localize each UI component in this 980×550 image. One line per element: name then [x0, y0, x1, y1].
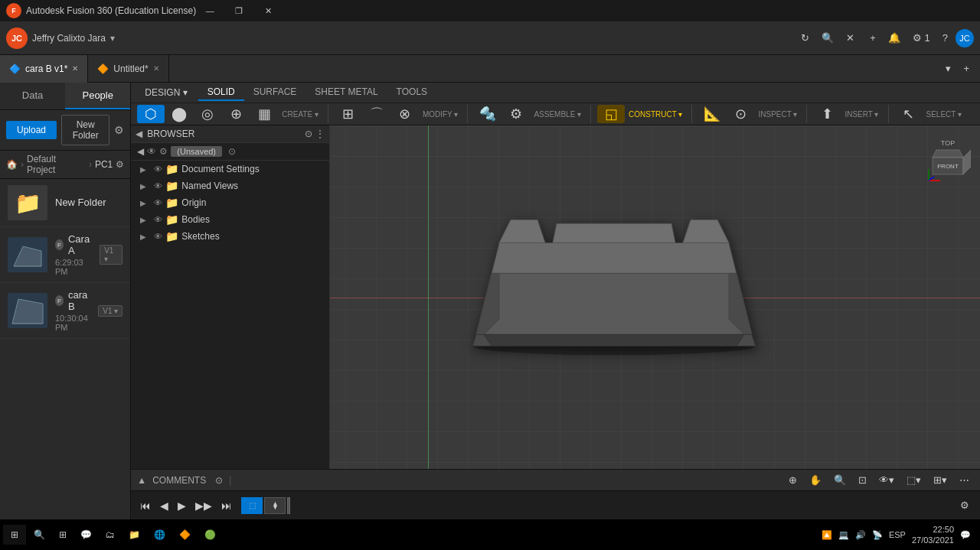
sweep-button[interactable]: ⊕	[222, 105, 250, 123]
tray-icon-1[interactable]: 🔼	[822, 530, 832, 540]
tray-icon-4[interactable]: 📡	[872, 530, 883, 540]
tray-notification-icon[interactable]: 💬	[960, 530, 971, 540]
list-item[interactable]: 📁 New Folder	[0, 179, 130, 227]
chat-button[interactable]: 💬	[74, 526, 98, 543]
taskbar-orange-app[interactable]: 🔶	[173, 526, 197, 543]
inspect-btn2[interactable]: ⊙	[727, 105, 754, 123]
view-options-button[interactable]: 👁▾	[874, 471, 899, 489]
extrude-button[interactable]: ⬤	[165, 105, 193, 123]
step-back-button[interactable]: ◀	[157, 498, 172, 513]
browser-expand-button[interactable]: ⋮	[315, 129, 325, 139]
create-label[interactable]: CREATE ▾	[279, 110, 322, 119]
browser-item-origin[interactable]: ▶ 👁 📁 Origin	[131, 194, 329, 211]
tab-cara-b[interactable]: 🔷 cara B v1* ✕	[0, 55, 88, 83]
insert-btn1[interactable]: ⬆	[813, 105, 841, 123]
design-mode-button[interactable]: DESIGN ▾	[137, 84, 194, 101]
step-forward-button[interactable]: ▶▶	[192, 498, 215, 513]
mode-tab-tools[interactable]: TOOLS	[387, 84, 436, 101]
file-version[interactable]: V1 ▾	[100, 245, 122, 265]
new-folder-button[interactable]: New Folder	[61, 115, 109, 145]
user-dropdown-icon[interactable]: ▾	[110, 33, 115, 44]
taskbar-explorer-button[interactable]: 🗂	[100, 526, 121, 543]
visibility-icon[interactable]: 👁	[154, 164, 162, 174]
close-panel-button[interactable]: ✕	[841, 29, 859, 47]
modify-btn2[interactable]: ⌒	[363, 105, 390, 123]
maximize-button[interactable]: ❐	[225, 0, 253, 21]
breadcrumb-folder[interactable]: PC1	[95, 159, 113, 170]
tab-untitled[interactable]: 🔶 Untitled* ✕	[88, 55, 168, 83]
display-options-button[interactable]: ⬚▾	[902, 471, 926, 489]
task-view-button[interactable]: ⊞	[53, 526, 73, 543]
browser-item-doc-settings[interactable]: ▶ 👁 📁 Document Settings	[131, 161, 329, 177]
expand-all-icon[interactable]: ◀	[137, 146, 144, 157]
browser-eye-icon[interactable]: 👁	[147, 146, 156, 157]
browser-item-bodies[interactable]: ▶ 👁 📁 Bodies	[131, 211, 329, 228]
search-taskbar-button[interactable]: 🔍	[28, 526, 51, 543]
view-cube[interactable]: TOP FRONT	[925, 135, 971, 181]
add-tab-button[interactable]: +	[959, 60, 974, 77]
viewport[interactable]: ◀ BROWSER ⊙ ⋮ ◀ 👁 ⚙ (Unsaved) ⊙	[131, 125, 980, 469]
assemble-btn2[interactable]: ⚙	[502, 105, 530, 123]
inspect-label[interactable]: INSPECT ▾	[755, 110, 800, 119]
breadcrumb-settings-icon[interactable]: ⚙	[116, 159, 124, 170]
account-avatar[interactable]: JC	[956, 29, 974, 47]
job-button[interactable]: ⚙ 1	[908, 29, 935, 47]
browser-collapse-button[interactable]: ◀	[136, 129, 142, 139]
pan-button[interactable]: ✋	[805, 471, 826, 489]
settings-button[interactable]: ⚙	[114, 124, 124, 136]
file-version2[interactable]: V1 ▾	[98, 305, 122, 317]
taskbar-folder-button[interactable]: 📁	[122, 526, 146, 543]
construct-btn1[interactable]: ◱	[597, 105, 625, 123]
home-icon[interactable]: 🏠	[6, 159, 18, 170]
search-button[interactable]: 🔍	[817, 29, 838, 47]
close-button[interactable]: ✕	[254, 0, 282, 21]
modify-btn1[interactable]: ⊞	[335, 105, 362, 123]
modify-label[interactable]: MODIFY ▾	[420, 110, 461, 119]
timeline-btn-3[interactable]	[287, 497, 290, 514]
sketch-button[interactable]: ⬡	[137, 105, 165, 123]
browser-item-named-views[interactable]: ▶ 👁 📁 Named Views	[131, 177, 329, 194]
list-item[interactable]: F cara B 10:30:04 PM V1 ▾	[0, 283, 130, 339]
comments-collapse-button[interactable]: ▲	[137, 475, 146, 486]
unsaved-settings-icon[interactable]: ⊙	[228, 146, 236, 157]
taskbar-browser-button[interactable]: 🌐	[148, 526, 172, 543]
tab-dropdown-button[interactable]: ▾	[941, 60, 956, 77]
tray-datetime[interactable]: 22:50 27/03/2021	[912, 524, 954, 546]
select-label[interactable]: SELECT ▾	[923, 110, 965, 119]
assemble-btn1[interactable]: 🔩	[474, 105, 501, 123]
visibility-icon[interactable]: 👁	[154, 232, 162, 241]
orbit-button[interactable]: ⊕	[784, 471, 802, 489]
timeline-btn-1[interactable]: ⬚	[241, 497, 263, 514]
settings-icon[interactable]: ⚙	[159, 146, 168, 157]
breadcrumb-project[interactable]: Default Project	[27, 154, 86, 175]
more-button[interactable]: ⋯	[955, 471, 974, 489]
timeline-btn-2[interactable]: ⧫	[264, 497, 286, 514]
list-item[interactable]: F Cara A 6:29:03 PM V1 ▾	[0, 227, 130, 283]
assemble-label[interactable]: ASSEMBLE ▾	[531, 110, 584, 119]
go-start-button[interactable]: ⏮	[137, 498, 154, 513]
tray-icon-3[interactable]: 🔊	[855, 530, 866, 540]
go-end-button[interactable]: ⏭	[218, 498, 235, 513]
select-btn1[interactable]: ↖	[895, 105, 923, 123]
grid-options-button[interactable]: ⊞▾	[929, 471, 952, 489]
mode-tab-sheet-metal[interactable]: SHEET METAL	[305, 84, 387, 101]
upload-button[interactable]: Upload	[6, 121, 57, 139]
visibility-icon[interactable]: 👁	[154, 181, 162, 190]
inspect-btn1[interactable]: 📐	[698, 105, 726, 123]
sidebar-tab-people[interactable]: People	[65, 83, 130, 109]
play-button[interactable]: ▶	[175, 498, 189, 513]
tab-close-icon[interactable]: ✕	[72, 64, 78, 73]
visibility-icon[interactable]: 👁	[154, 215, 162, 224]
fit-button[interactable]: ⊡	[854, 471, 871, 489]
minimize-button[interactable]: —	[196, 0, 224, 21]
sidebar-tab-data[interactable]: Data	[0, 83, 65, 109]
more-create-button[interactable]: ▦	[250, 105, 278, 123]
help-button[interactable]: ?	[938, 29, 952, 47]
browser-item-sketches[interactable]: ▶ 👁 📁 Sketches	[131, 228, 329, 245]
new-tab-button[interactable]: +	[865, 29, 880, 47]
browser-pin-button[interactable]: ⊙	[305, 129, 312, 139]
construct-label[interactable]: CONSTRUCT ▾	[626, 110, 685, 119]
taskbar-green-app[interactable]: 🟢	[198, 526, 222, 543]
tab-close-icon2[interactable]: ✕	[153, 64, 159, 73]
zoom-button[interactable]: 🔍	[829, 471, 851, 489]
